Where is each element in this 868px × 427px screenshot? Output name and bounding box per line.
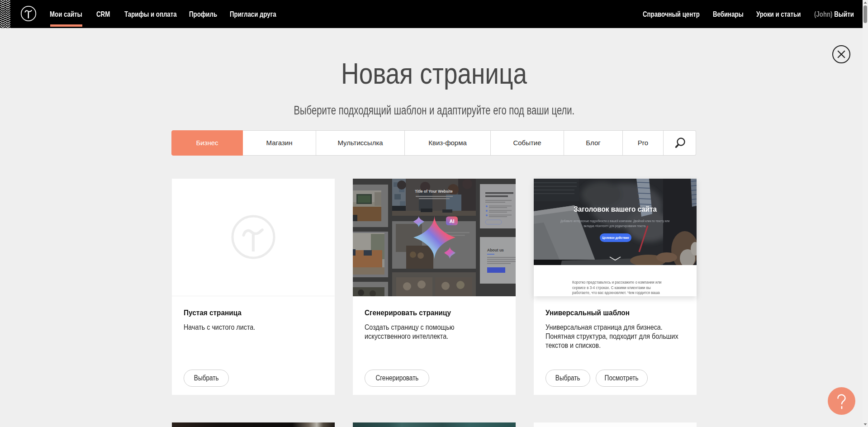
svg-text:About us: About us	[487, 248, 504, 252]
svg-text:Title of Your Website: Title of Your Website	[415, 189, 453, 194]
svg-text:AI: AI	[450, 218, 455, 224]
